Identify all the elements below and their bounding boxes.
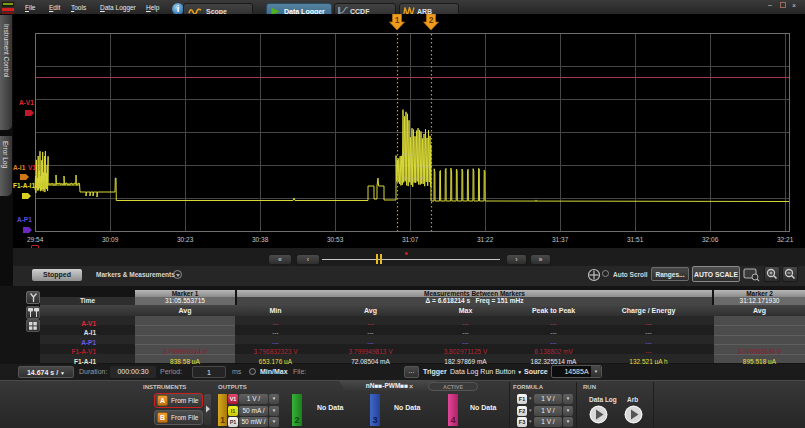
svg-text:1: 1 — [395, 15, 400, 25]
svg-text:2: 2 — [429, 15, 434, 25]
